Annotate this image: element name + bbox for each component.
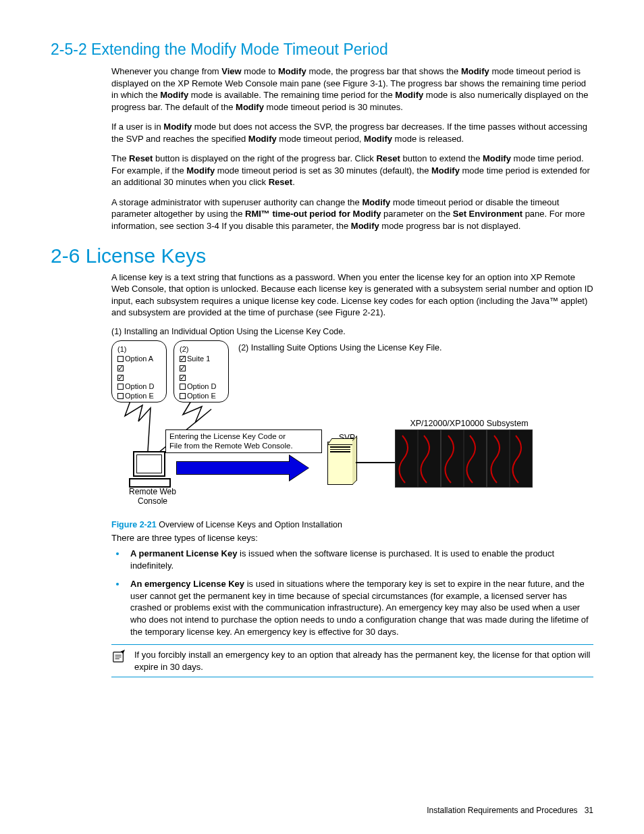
callout-bubble-2: (2) Suite 1 Option D Option E	[173, 340, 229, 402]
para-license-intro: A license key is a text string that func…	[111, 271, 593, 319]
list-item: A permanent License Key is issued when t…	[126, 548, 593, 571]
list-item: An emergency License Key is used in situ…	[126, 578, 593, 637]
bold-modify: Modify	[248, 134, 277, 144]
t: File from the Remote Web Console.	[169, 442, 293, 450]
bold-modify: Modify	[160, 90, 188, 100]
t: mode is available. The remaining time pe…	[188, 90, 395, 100]
bubble-num: (2)	[180, 345, 223, 355]
remote-web-console-label: Remote Web Console	[122, 488, 183, 506]
bold-reset: Reset	[269, 177, 292, 187]
bold-modify: Modify	[483, 153, 511, 163]
t: Whenever you change from	[111, 66, 221, 76]
t: mode, the progress bar that shows the	[306, 66, 461, 76]
bubble-num: (1)	[117, 345, 161, 355]
note-text: If you forcibly install an emergency key…	[134, 649, 593, 673]
connector-line	[356, 462, 395, 463]
bold: A permanent License Key	[130, 548, 237, 558]
bold-modify: Modify	[431, 165, 460, 176]
t: A storage administrator with superuser a…	[111, 197, 362, 207]
bold-setenv: Set Environment	[453, 209, 522, 219]
svp-server-icon	[327, 442, 353, 485]
t: Remote Web	[129, 487, 176, 496]
license-types-list: A permanent License Key is issued when t…	[111, 548, 593, 637]
heading-2-5-2: 2-5-2 Extending the Modify Mode Timeout …	[51, 41, 593, 59]
bold-modify: Modify	[186, 165, 215, 176]
t: If a user is in	[111, 122, 163, 132]
t: The	[111, 153, 129, 163]
entry-label-box: Entering the License Key Code or File fr…	[165, 429, 322, 454]
diagram-caption-2: (2) Installing Suite Options Using the L…	[238, 343, 442, 353]
figure-2-21-diagram: (1) Installing an Individual Option Usin…	[111, 327, 593, 516]
bold-modify: Modify	[236, 102, 264, 112]
bold-reset: Reset	[129, 153, 153, 163]
t: button to extend the	[400, 153, 483, 163]
arrow-icon	[176, 457, 318, 479]
callout-bubble-1: (1) Option A Option D Option E	[111, 340, 167, 402]
bold-modify: Modify	[278, 66, 306, 76]
t: mode to	[242, 66, 278, 76]
opt: Option E	[187, 392, 216, 400]
note-block: If you forcibly install an emergency key…	[111, 644, 593, 677]
para-4: A storage administrator with superuser a…	[111, 197, 593, 232]
opt: Option D	[125, 382, 154, 390]
bold-reset: Reset	[376, 153, 400, 163]
t: mode timeout period is set as 30 minutes…	[215, 165, 431, 176]
types-lead: There are three types of license keys:	[111, 532, 593, 544]
para-2: If a user is in Modify mode but does not…	[111, 121, 593, 145]
page-footer: Installation Requirements and Procedures…	[427, 806, 593, 815]
bold-rmi: RMI™ time-out period for Modify	[245, 209, 381, 219]
bold: An emergency License Key	[130, 579, 244, 589]
figure-caption: Figure 2-21 Overview of License Keys and…	[111, 520, 593, 529]
bold-modify: Modify	[362, 197, 390, 207]
t: .	[292, 177, 295, 187]
opt: Option E	[125, 392, 154, 400]
body-2-6: A license key is a text string that func…	[111, 271, 593, 319]
page-number: 31	[585, 806, 593, 815]
opt: Option A	[125, 355, 153, 363]
t: mode is released.	[392, 134, 464, 144]
figure-caption-text: Overview of License Keys and Option Inst…	[157, 520, 342, 529]
subsystem-label: XP/12000/XP10000 Subsystem	[395, 419, 543, 428]
t: Entering the License Key Code or	[169, 432, 286, 440]
t: There are three types of license keys:	[111, 533, 258, 543]
bold-view: View	[221, 66, 241, 76]
t: button is displayed on the right of the …	[153, 153, 376, 163]
body-2-5-2: Whenever you change from View mode to Mo…	[111, 66, 593, 232]
bold-modify: Modify	[395, 90, 423, 100]
t: mode timeout period is 30 minutes.	[264, 102, 403, 112]
opt: Suite 1	[187, 355, 210, 363]
diagram-caption-1: (1) Installing an Individual Option Usin…	[111, 327, 593, 336]
bold-modify: Modify	[461, 66, 489, 76]
figure-label: Figure 2-21	[111, 520, 157, 529]
storage-racks-icon	[395, 429, 533, 488]
t: mode progress bar is not displayed.	[379, 221, 521, 231]
t: parameter on the	[381, 209, 453, 219]
heading-2-6: 2-6 License Keys	[51, 244, 593, 267]
opt: Option D	[187, 382, 216, 390]
t: Console	[138, 496, 167, 506]
footer-text: Installation Requirements and Procedures	[427, 806, 577, 815]
bold-modify: Modify	[351, 221, 379, 231]
para-1: Whenever you change from View mode to Mo…	[111, 66, 593, 113]
computer-icon	[129, 451, 169, 486]
bold-modify: Modify	[364, 134, 392, 144]
note-icon	[111, 650, 126, 663]
para-3: The Reset button is displayed on the rig…	[111, 153, 593, 188]
t: mode timeout period,	[277, 134, 364, 144]
bold-modify: Modify	[163, 122, 192, 132]
